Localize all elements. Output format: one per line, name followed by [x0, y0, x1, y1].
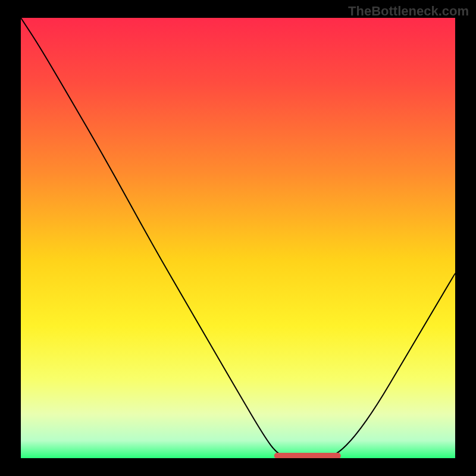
chart-container: TheBottleneck.com	[0, 0, 476, 476]
plot-area	[21, 18, 455, 458]
bottleneck-curve	[21, 18, 455, 458]
watermark-text: TheBottleneck.com	[348, 4, 469, 19]
curve-overlay	[21, 18, 455, 458]
